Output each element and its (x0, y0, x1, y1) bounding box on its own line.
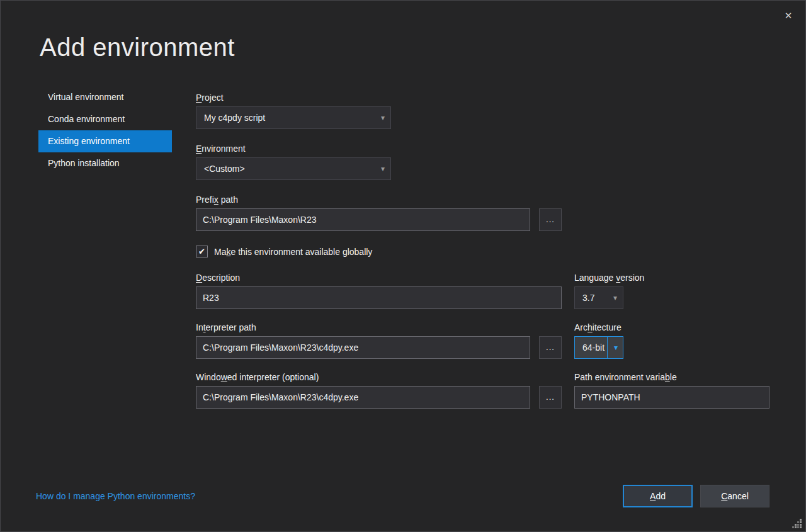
environment-dropdown-value: <Custom> (204, 164, 245, 174)
project-dropdown-value: My c4pdy script (204, 113, 265, 123)
language-version-dropdown-value: 3.7 (582, 293, 594, 303)
prefix-path-browse-button[interactable]: ... (539, 208, 562, 231)
page-title: Add environment (40, 33, 235, 62)
language-version-label: Language version (574, 273, 644, 283)
windowed-interpreter-label: Windowed interpreter (optional) (196, 372, 319, 382)
prefix-path-label: Prefix path (196, 195, 238, 205)
make-global-checkbox[interactable]: ✔ (196, 246, 208, 258)
prefix-path-input[interactable] (196, 208, 530, 231)
architecture-dropdown-value: 64-bit (582, 342, 604, 353)
sidebar-item-existing-environment[interactable]: Existing environment (38, 130, 172, 152)
architecture-dropdown[interactable]: 64-bit ▾ (574, 336, 623, 359)
resize-grip[interactable] (792, 519, 802, 529)
environment-label: Environment (196, 144, 246, 154)
project-label: Project (196, 93, 224, 103)
cancel-button[interactable]: Cancel (700, 485, 769, 507)
add-button[interactable]: Add (623, 485, 693, 507)
language-version-dropdown[interactable]: 3.7 ▾ (574, 286, 623, 309)
chevron-down-icon: ▾ (613, 287, 617, 308)
description-label: Description (196, 273, 240, 283)
chevron-down-icon: ▾ (381, 158, 385, 179)
close-icon[interactable]: ✕ (781, 8, 796, 23)
sidebar-item-python-installation[interactable]: Python installation (38, 152, 172, 174)
interpreter-path-browse-button[interactable]: ... (539, 336, 562, 359)
checkmark-icon: ✔ (198, 247, 205, 256)
interpreter-path-label: Interpreter path (196, 322, 256, 332)
sidebar-item-virtual-environment[interactable]: Virtual environment (38, 86, 172, 108)
make-global-checkbox-label[interactable]: Make this environment available globally (214, 247, 372, 257)
environment-dropdown[interactable]: <Custom> ▾ (196, 157, 391, 180)
path-env-variable-label: Path environment variable (574, 372, 677, 382)
chevron-down-icon: ▾ (614, 337, 618, 358)
add-environment-dialog: ✕ Add environment Virtual environment Co… (0, 0, 806, 532)
manage-environments-help-link[interactable]: How do I manage Python environments? (36, 491, 195, 501)
project-dropdown[interactable]: My c4pdy script ▾ (196, 106, 391, 129)
windowed-interpreter-browse-button[interactable]: ... (539, 386, 562, 409)
sidebar-item-conda-environment[interactable]: Conda environment (38, 108, 172, 130)
path-env-variable-input[interactable] (574, 386, 769, 409)
environment-type-nav: Virtual environment Conda environment Ex… (38, 86, 172, 174)
description-input[interactable] (196, 286, 562, 309)
interpreter-path-input[interactable] (196, 336, 530, 359)
windowed-interpreter-input[interactable] (196, 386, 530, 409)
chevron-down-icon: ▾ (381, 107, 385, 128)
architecture-label: Architecture (574, 322, 622, 332)
